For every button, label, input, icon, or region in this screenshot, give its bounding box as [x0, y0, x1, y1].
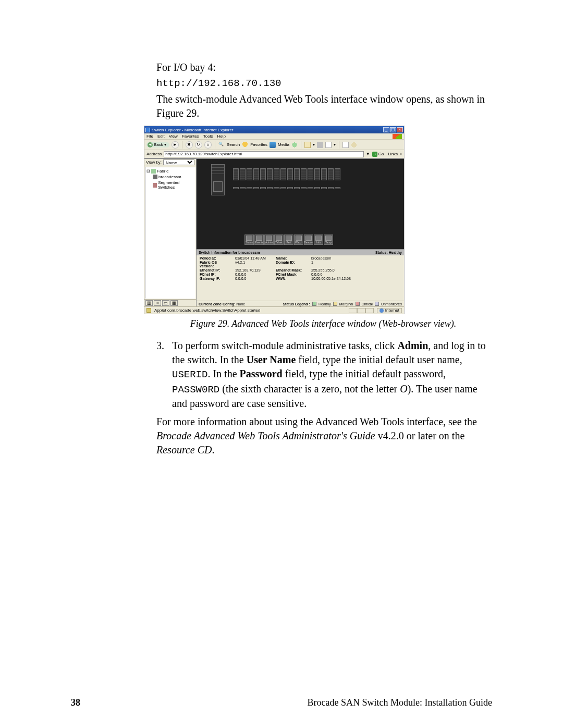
emask-label: Ethernet Mask: [276, 268, 307, 272]
switch-info-panel: Switch Information for brocadessm Status… [197, 249, 404, 306]
led-row [233, 187, 340, 189]
footer-title: Brocade SAN Switch Module: Installation … [308, 697, 492, 708]
gw-label: Gateway IP: [200, 277, 231, 280]
print-icon[interactable] [317, 142, 323, 148]
btn-info[interactable]: Info [314, 235, 323, 245]
polled-label: Polled at: [200, 256, 231, 260]
tree-btn-4[interactable]: ▦ [170, 300, 178, 306]
address-label: Address [146, 152, 162, 156]
fcip-label: FCnet IP: [200, 273, 231, 276]
btn-admin[interactable]: Admin [264, 235, 274, 245]
fcmask-label: FCnet Mask: [276, 273, 307, 276]
fcip-value: 0.0.0.0 [235, 273, 272, 276]
btn-watch[interactable]: Watch [294, 235, 303, 245]
btn-events[interactable]: Events [254, 235, 264, 245]
zone-value: None [236, 302, 245, 306]
bay-line: For I/O bay 4: [156, 60, 490, 75]
fabric-tree-panel: View by: Name ⊟Fabric brocadessm Segment… [144, 159, 197, 306]
history-icon[interactable] [291, 142, 298, 148]
polled-value: 03/01/04 11:48 AM [235, 256, 272, 260]
port-grid [233, 168, 340, 180]
tree-fabric[interactable]: ⊟Fabric [146, 168, 194, 174]
tree-btn-3[interactable]: ▭ [162, 300, 169, 306]
btn-temp[interactable]: Temp [324, 235, 333, 245]
search-icon[interactable]: 🔍 [218, 142, 225, 148]
figure-caption: Figure 29. Advanced Web Tools interface … [156, 318, 490, 329]
titlebar: Switch Explorer - Microsoft Internet Exp… [144, 126, 404, 133]
favorites-icon[interactable] [242, 142, 248, 148]
research-icon[interactable] [351, 142, 357, 148]
status-value: Healthy [389, 251, 402, 254]
name-label: Name: [276, 256, 307, 260]
tree-switch[interactable]: brocadessm [146, 174, 194, 180]
back-label: Back [154, 142, 163, 147]
viewby-label: View by: [146, 160, 162, 165]
maximize-button[interactable]: ▢ [390, 127, 396, 132]
discuss-icon[interactable] [342, 142, 349, 148]
ie-icon [145, 128, 150, 132]
domainid-value: 1 [311, 261, 350, 268]
zone-label: Current Zone Config: [199, 302, 235, 306]
forward-button[interactable]: ► [172, 141, 179, 149]
menu-tools[interactable]: Tools [203, 134, 213, 139]
fos-label: Fabric OS version: [200, 261, 231, 268]
wwn-value: 10:00:00:05:1e:34:12:68 [311, 277, 350, 280]
window-title: Switch Explorer - Microsoft Internet Exp… [152, 128, 234, 132]
favorites-label[interactable]: Favorites [250, 142, 267, 147]
globe-icon [380, 309, 384, 313]
fcmask-value: 0.0.0.0 [311, 273, 350, 276]
menu-help[interactable]: Help [217, 134, 225, 139]
minimize-button[interactable]: _ [383, 127, 389, 132]
status-legend: Status Legend : Healthy Marginal Critica… [283, 302, 402, 306]
refresh-button[interactable]: ↻ [195, 141, 202, 149]
info-title-prefix: Switch Information for [199, 251, 238, 254]
media-icon[interactable] [270, 142, 276, 148]
btn-status[interactable]: Status [244, 235, 254, 245]
links-label[interactable]: Links [388, 152, 398, 156]
close-button[interactable]: × [397, 127, 403, 132]
status-label: Status: [375, 251, 388, 254]
domainid-label: Domain ID: [276, 261, 307, 268]
step-number: 3. [156, 339, 167, 411]
btn-perf[interactable]: Perf [284, 235, 293, 245]
stop-button[interactable]: ✖ [186, 141, 193, 149]
emask-value: 255.255.255.0 [311, 268, 350, 272]
name-value: brocadessm [311, 256, 350, 260]
search-label[interactable]: Search [227, 142, 240, 147]
edit-icon[interactable] [325, 142, 332, 148]
gw-value: 0.0.0.0 [235, 277, 272, 280]
wwn-label: WWN: [276, 277, 307, 280]
menu-favorites[interactable]: Favorites [182, 134, 199, 139]
go-button[interactable]: →Go [372, 152, 384, 157]
screenshot-ie-window: Switch Explorer - Microsoft Internet Exp… [144, 126, 405, 314]
opens-sentence: The switch-module Advanced Web Tools int… [156, 92, 490, 120]
address-input[interactable] [164, 151, 363, 157]
btn-beacon[interactable]: Beacon [304, 235, 313, 245]
home-button[interactable]: ⌂ [204, 141, 212, 149]
btn-telnet[interactable]: Telnet [274, 235, 284, 245]
windows-flag-icon [393, 134, 402, 139]
menu-edit[interactable]: Edit [157, 134, 165, 139]
go-label: Go [378, 152, 384, 156]
mail-icon[interactable] [304, 142, 311, 148]
zone-internet: Internet [377, 308, 402, 313]
step-text: To perform switch-module administrative … [172, 339, 490, 411]
page-number: 38 [71, 697, 80, 708]
tree-btn-2[interactable]: ⌗ [154, 300, 161, 306]
menu-file[interactable]: File [146, 134, 153, 139]
tree-segmented[interactable]: Segmented Switches [146, 180, 194, 190]
menu-view[interactable]: View [169, 134, 178, 139]
applet-status: Applet com.brocade.web.switchview.Switch… [154, 308, 260, 313]
bay-url: http://192.168.70.130 [156, 78, 490, 89]
browser-status-bar: Applet com.brocade.web.switchview.Switch… [144, 306, 404, 314]
media-label[interactable]: Media [278, 142, 289, 147]
chassis-icon [211, 164, 225, 195]
java-icon [146, 308, 151, 313]
eip-label: Ethernet IP: [200, 268, 231, 272]
back-button[interactable]: ◄Back ▾ [146, 142, 169, 147]
viewby-select[interactable]: Name [163, 159, 194, 165]
address-bar: Address ▼ →Go Links» [144, 150, 404, 158]
page-footer: 38 Brocade SAN Switch Module: Installati… [0, 697, 563, 708]
tree-btn-1[interactable]: ▥ [145, 300, 153, 306]
switch-visualization: Status Events Admin Telnet Perf Watch Be… [197, 159, 404, 249]
